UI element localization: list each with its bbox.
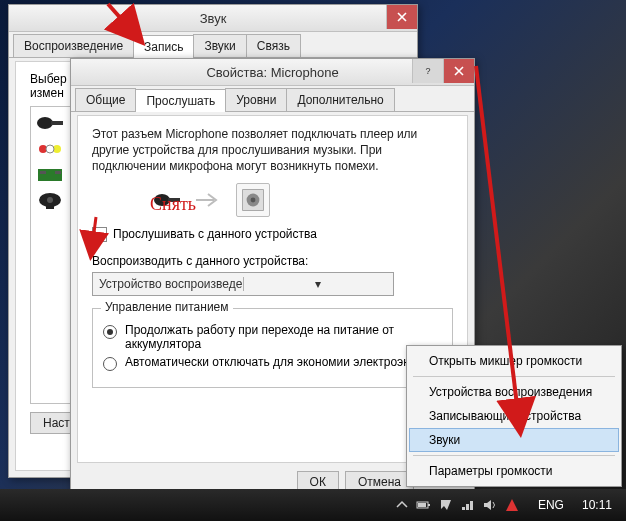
network-icon[interactable] xyxy=(460,497,476,513)
arrow-right-icon xyxy=(196,192,222,208)
power-opt1-label: Продолжать работу при переходе на питани… xyxy=(125,323,442,351)
tray-up-icon[interactable] xyxy=(394,497,410,513)
playback-device-label: Воспроизводить с данного устройства: xyxy=(92,254,453,268)
listen-checkbox-row[interactable]: Прослушивать с данного устройства xyxy=(92,227,453,242)
listen-description: Этот разъем Microphone позволяет подключ… xyxy=(92,126,453,175)
svg-rect-19 xyxy=(418,503,426,507)
svg-rect-1 xyxy=(51,121,63,125)
listen-checkbox[interactable] xyxy=(92,227,107,242)
clock[interactable]: 10:11 xyxy=(574,498,620,512)
svg-rect-7 xyxy=(55,171,61,174)
prop-help-button[interactable]: ? xyxy=(412,59,443,83)
menu-volume-options[interactable]: Параметры громкости xyxy=(409,459,619,483)
playback-device-value: Устройство воспроизведения по умолчанию xyxy=(93,277,243,291)
prop-title: Свойства: Microphone xyxy=(206,65,338,80)
tab-record[interactable]: Запись xyxy=(133,35,194,58)
device-list[interactable] xyxy=(30,106,72,404)
svg-rect-6 xyxy=(40,171,46,174)
menu-playback-devices[interactable]: Устройства воспроизведения xyxy=(409,380,619,404)
webcam-device-icon xyxy=(35,191,65,211)
svg-point-0 xyxy=(37,117,53,129)
action-center-icon[interactable] xyxy=(438,497,454,513)
soundcard-device-icon xyxy=(35,165,65,185)
prop-close-button[interactable] xyxy=(443,59,474,83)
menu-separator xyxy=(413,455,615,456)
tab-listen[interactable]: Прослушать xyxy=(135,89,226,112)
speaker-icon xyxy=(236,183,270,217)
svg-rect-5 xyxy=(38,169,62,181)
volume-icon[interactable] xyxy=(482,497,498,513)
tab-playback[interactable]: Воспроизведение xyxy=(13,34,134,57)
playback-device-select[interactable]: Устройство воспроизведения по умолчанию … xyxy=(92,272,394,296)
radio-auto-off[interactable] xyxy=(103,357,117,371)
svg-rect-21 xyxy=(466,504,469,510)
listen-checkbox-label: Прослушивать с данного устройства xyxy=(113,227,317,241)
tab-levels[interactable]: Уровни xyxy=(225,88,287,111)
svg-point-9 xyxy=(47,197,53,203)
sound-titlebar: Звук xyxy=(9,5,417,32)
power-opt2-label: Автоматически отключать для экономии эле… xyxy=(125,355,417,369)
svg-rect-10 xyxy=(46,206,54,209)
svg-rect-22 xyxy=(470,501,473,510)
svg-point-4 xyxy=(46,145,54,153)
menu-open-mixer[interactable]: Открыть микшер громкости xyxy=(409,349,619,373)
tab-general[interactable]: Общие xyxy=(75,88,136,111)
svg-rect-18 xyxy=(428,504,430,506)
power-management-group: Управление питанием Продолжать работу пр… xyxy=(92,308,453,388)
prop-tabs: Общие Прослушать Уровни Дополнительно xyxy=(71,86,474,112)
svg-point-16 xyxy=(251,197,256,202)
taskbar: ENG 10:11 xyxy=(0,489,626,521)
svg-rect-20 xyxy=(462,507,465,510)
chevron-down-icon: ▾ xyxy=(243,277,394,291)
annotation-remove-label: Снять xyxy=(150,194,196,215)
menu-recording-devices[interactable]: Записывающие устройства xyxy=(409,404,619,428)
svg-text:?: ? xyxy=(425,66,430,76)
power-opt-continue[interactable]: Продолжать работу при переходе на питани… xyxy=(103,323,442,351)
rca-device-icon xyxy=(35,139,65,159)
menu-separator xyxy=(413,376,615,377)
tab-sounds[interactable]: Звуки xyxy=(193,34,246,57)
microphone-device-icon xyxy=(35,113,65,133)
battery-icon[interactable] xyxy=(416,497,432,513)
prop-titlebar: Свойства: Microphone ? xyxy=(71,59,474,86)
menu-sounds[interactable]: Звуки xyxy=(409,428,619,452)
language-indicator[interactable]: ENG xyxy=(532,498,570,512)
sound-title: Звук xyxy=(200,11,227,26)
system-tray xyxy=(394,497,520,513)
desktop: { "sound_window": { "title": "Звук", "ta… xyxy=(0,0,626,521)
tab-advanced[interactable]: Дополнительно xyxy=(286,88,394,111)
flow-illustration xyxy=(152,183,453,217)
tray-context-menu: Открыть микшер громкости Устройства восп… xyxy=(406,345,622,487)
radio-continue[interactable] xyxy=(103,325,117,339)
sound-tabs: Воспроизведение Запись Звуки Связь xyxy=(9,32,417,58)
power-group-label: Управление питанием xyxy=(101,300,233,314)
tab-communications[interactable]: Связь xyxy=(246,34,301,57)
sound-close-button[interactable] xyxy=(386,5,417,29)
avira-icon[interactable] xyxy=(504,497,520,513)
power-opt-auto-off[interactable]: Автоматически отключать для экономии эле… xyxy=(103,355,442,371)
